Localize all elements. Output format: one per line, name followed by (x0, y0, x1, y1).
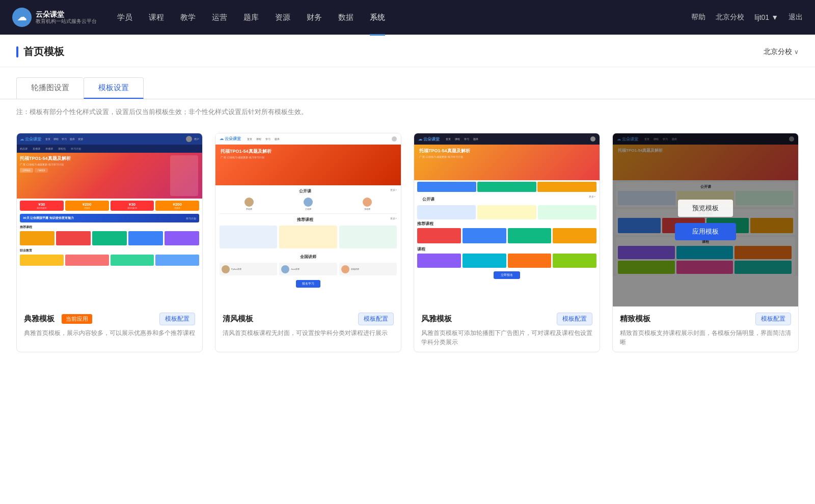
page-header: 首页模板 北京分校 ∨ (0, 35, 815, 67)
template-name-row-1: 典雅模板 当前应用 模板配置 (24, 313, 195, 325)
template-name-row-3: 风雅模板 模板配置 (421, 313, 592, 325)
templates-grid: ☁ 云朵课堂 首页课程学习题库资源 用户 精品课直播课录播课课程包学习计划 (0, 125, 815, 373)
template-preview-4: ☁ 云朵课堂 首页课程学习题库 托福TPO1-54真题及解析 公开课 (613, 133, 798, 306)
template-desc-3: 风雅首页模板可添加轮播图下广告图片，可对课程及课程包设置学科分类展示 (421, 328, 592, 347)
branch-selector[interactable]: 北京分校 ∨ (764, 47, 799, 57)
nav-user-chevron: ▼ (771, 13, 778, 21)
nav-item-questionbank[interactable]: 题库 (243, 11, 259, 24)
template-name-1: 典雅模板 (24, 314, 55, 324)
tab-carousel[interactable]: 轮播图设置 (16, 77, 84, 99)
nav-user[interactable]: lijt01 ▼ (754, 13, 778, 21)
template-config-btn-3[interactable]: 模板配置 (557, 313, 592, 325)
template-desc-1: 典雅首页模板，展示内容较多，可以展示优惠券和多个推荐课程 (24, 328, 195, 338)
branch-name: 北京分校 (764, 47, 792, 57)
nav-right: 帮助 北京分校 lijt01 ▼ 退出 (691, 13, 803, 22)
nav-item-teaching[interactable]: 教学 (180, 11, 196, 24)
template-name-row-4: 精致模板 模板配置 (620, 313, 791, 325)
template-name-3: 风雅模板 (421, 314, 452, 324)
template-footer-4: 精致模板 模板配置 精致首页模板支持课程展示封面，各模板分隔明显，界面简洁清晰 (613, 306, 798, 352)
chevron-down-icon: ∨ (794, 48, 799, 55)
nav-item-operations[interactable]: 运营 (212, 11, 227, 24)
tab-template[interactable]: 模板设置 (84, 77, 144, 99)
template-card-3: ☁ 云朵课堂 首页课程学习题库 托福TPO1-54真题及解析 广·英·口语练习·… (414, 133, 600, 352)
template-preview-1: ☁ 云朵课堂 首页课程学习题库资源 用户 精品课直播课录播课课程包学习计划 (17, 133, 202, 306)
template-config-btn-2[interactable]: 模板配置 (358, 313, 394, 325)
page-title: 首页模板 (23, 45, 64, 59)
nav-menu: 学员 课程 教学 运营 题库 资源 财务 数据 系统 (117, 11, 691, 24)
nav-item-system[interactable]: 系统 (370, 11, 385, 24)
nav-help[interactable]: 帮助 (691, 13, 705, 22)
template-name-2: 清风模板 (223, 314, 253, 324)
logo-subtitle: 教育机构一站式服务云平台 (36, 18, 97, 24)
preview-template-btn-4[interactable]: 预览模板 (678, 200, 733, 217)
notice-text: 注：模板有部分个性化样式设置，设置后仅当前模板生效；非个性化样式设置后针对所有模… (0, 99, 815, 125)
nav-logout[interactable]: 退出 (789, 13, 803, 22)
template-hover-overlay-4: 预览模板 应用模板 (613, 133, 798, 306)
template-card-1: ☁ 云朵课堂 首页课程学习题库资源 用户 精品课直播课录播课课程包学习计划 (16, 133, 203, 352)
template-desc-2: 清风首页模板课程无封面，可设置按学科分类对课程进行展示 (223, 328, 394, 338)
logo-title: 云朵课堂 (36, 10, 97, 19)
template-card-2: ☁ 云朵课堂 首页课程学习题库 托福TPO1-54真题及解析 广·英·口语练习·… (215, 133, 401, 352)
nav-item-students[interactable]: 学员 (117, 11, 132, 24)
navbar: ☁ 云朵课堂 教育机构一站式服务云平台 学员 课程 教学 运营 题库 资源 财务… (0, 0, 815, 35)
nav-branch[interactable]: 北京分校 (716, 13, 744, 22)
nav-item-data[interactable]: 数据 (338, 11, 354, 24)
logo-icon: ☁ (12, 8, 32, 27)
tabs-container: 轮播图设置 模板设置 (0, 67, 815, 99)
nav-item-resources[interactable]: 资源 (275, 11, 290, 24)
template-preview-2: ☁ 云朵课堂 首页课程学习题库 托福TPO1-54真题及解析 广·英·口语练习·… (215, 133, 401, 306)
template-config-btn-4[interactable]: 模板配置 (755, 313, 791, 325)
template-badge-1: 当前应用 (62, 314, 92, 324)
template-desc-4: 精致首页模板支持课程展示封面，各模板分隔明显，界面简洁清晰 (620, 328, 791, 347)
template-footer-1: 典雅模板 当前应用 模板配置 典雅首页模板，展示内容较多，可以展示优惠券和多个推… (17, 306, 202, 343)
template-name-row-2: 清风模板 模板配置 (223, 313, 394, 325)
logo[interactable]: ☁ 云朵课堂 教育机构一站式服务云平台 (12, 8, 97, 27)
template-footer-3: 风雅模板 模板配置 风雅首页模板可添加轮播图下广告图片，可对课程及课程包设置学科… (414, 306, 600, 352)
page-title-bar (16, 46, 18, 58)
page-title-wrapper: 首页模板 (16, 45, 64, 59)
template-card-4: ☁ 云朵课堂 首页课程学习题库 托福TPO1-54真题及解析 公开课 (612, 133, 799, 352)
template-preview-3: ☁ 云朵课堂 首页课程学习题库 托福TPO1-54真题及解析 广·英·口语练习·… (414, 133, 600, 306)
page-body: 首页模板 北京分校 ∨ 轮播图设置 模板设置 注：模板有部分个性化样式设置，设置… (0, 35, 815, 504)
template-footer-2: 清风模板 模板配置 清风首页模板课程无封面，可设置按学科分类对课程进行展示 (215, 306, 401, 343)
template-name-4: 精致模板 (620, 314, 650, 324)
nav-item-courses[interactable]: 课程 (149, 11, 164, 24)
template-config-btn-1[interactable]: 模板配置 (159, 313, 195, 325)
nav-item-finance[interactable]: 财务 (307, 11, 322, 24)
logo-text: 云朵课堂 教育机构一站式服务云平台 (36, 10, 97, 25)
apply-template-btn-4[interactable]: 应用模板 (675, 223, 736, 240)
nav-username: lijt01 (754, 13, 769, 21)
